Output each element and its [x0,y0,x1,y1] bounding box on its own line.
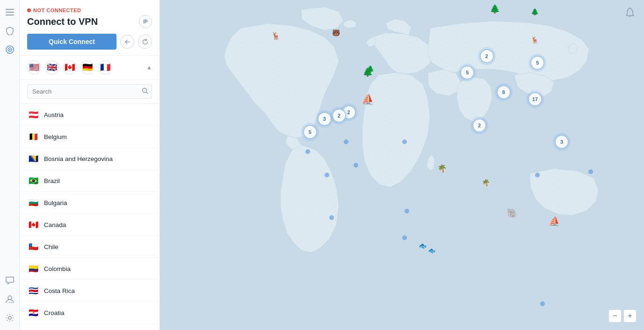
country-item[interactable]: 🇨🇾 Cyprus [20,324,159,330]
svg-point-5 [9,49,10,51]
map-dot-dot1[interactable] [305,149,310,154]
back-button[interactable] [120,35,134,49]
map-node-node4[interactable]: 8 [497,85,511,99]
recent-flag-fr[interactable]: 🇫🇷 [98,60,112,74]
map-node-node2[interactable]: 5 [530,56,544,70]
country-item[interactable]: 🇨🇱 Chile [20,236,159,258]
sidebar-icon-menu[interactable] [2,5,17,20]
map-dot-dot10[interactable] [402,235,407,240]
map-dot-dot7[interactable] [405,209,409,213]
connection-status-badge: NOT CONNECTED [27,7,152,13]
search-input[interactable] [27,84,152,99]
country-flag: 🇧🇷 [27,175,39,187]
world-map: ⛵ 🦌 🐘 ⛵ 🌲 🌲 🌲 🐻 🐟 🐟 🌴 🌴 🦌 🌲 [160,0,644,330]
ip-button[interactable]: IP [139,15,152,28]
map-node-node5[interactable]: 17 [528,92,542,106]
country-item[interactable]: 🇧🇬 Bulgaria [20,192,159,214]
svg-text:10: 10 [8,301,13,303]
recent-flag-ca[interactable]: 🇨🇦 [63,60,77,74]
country-item[interactable]: 🇭🇷 Croatia [20,302,159,324]
map-node-node6[interactable]: 2 [472,118,486,132]
country-item[interactable]: 🇦🇹 Austria [20,104,159,126]
country-item[interactable]: 🇨🇴 Colombia [20,258,159,280]
country-name: Canada [44,221,66,228]
country-flag: 🇨🇷 [27,285,39,297]
country-item[interactable]: 🇨🇷 Costa Rica [20,280,159,302]
recent-flag-us[interactable]: 🇺🇸 [27,60,41,74]
page-title: Connect to VPN [27,16,98,27]
sidebar: NOT CONNECTED Connect to VPN IP Quick Co… [20,0,160,330]
icon-bar: 10 [0,0,20,330]
svg-rect-2 [6,15,14,15]
svg-point-6 [8,296,12,300]
country-name: Croatia [44,309,65,316]
map-node-node11[interactable]: 2 [332,109,346,123]
country-name: Brazil [44,177,60,184]
sidebar-icon-settings[interactable] [2,310,17,325]
notification-button[interactable] [623,6,637,19]
country-name: Bulgaria [44,199,67,206]
country-name: Costa Rica [44,287,75,294]
country-flag: 🇧🇪 [27,131,39,143]
map-node-node9[interactable]: 3 [318,112,332,126]
country-name: Belgium [44,133,67,140]
map-node-node8[interactable]: 5 [303,125,317,139]
map-node-node3[interactable]: 5 [460,66,474,80]
map-dot-dot11[interactable] [535,173,540,177]
svg-rect-0 [6,9,14,10]
country-name: Chile [44,243,58,250]
status-text: NOT CONNECTED [33,7,81,13]
map-dot-dot8[interactable] [588,169,593,174]
map-dot-dot4[interactable] [344,139,348,144]
refresh-button[interactable] [138,35,152,49]
country-item[interactable]: 🇧🇷 Brazil [20,170,159,192]
country-list: 🇦🇹 Austria 🇧🇪 Belgium 🇧🇦 Bosnia and Herz… [20,104,159,330]
map-dot-dot6[interactable] [402,139,407,144]
map-node-node1[interactable]: 2 [480,49,494,63]
zoom-in-button[interactable]: + [623,309,637,323]
map-dot-dot2[interactable] [325,173,329,177]
map-dot-dot9[interactable] [540,301,545,306]
country-flag: 🇦🇹 [27,109,39,121]
svg-rect-1 [6,12,14,13]
collapse-flags-button[interactable]: ▲ [146,64,152,71]
country-flag: 🇨🇱 [27,241,39,253]
map-zoom-controls: − + [608,309,637,323]
quick-connect-button[interactable]: Quick Connect [27,34,116,50]
zoom-out-button[interactable]: − [608,309,622,323]
map-area: ⛵ 🦌 🐘 ⛵ 🌲 🌲 🌲 🐻 🐟 🐟 🌴 🌴 🦌 🌲 255817235322 [160,0,644,330]
country-item[interactable]: 🇨🇦 Canada [20,214,159,236]
country-flag: 🇨🇦 [27,219,39,231]
country-name: Bosnia and Herzegovina [44,155,113,162]
country-item[interactable]: 🇧🇦 Bosnia and Herzegovina [20,148,159,170]
country-name: Austria [44,111,64,118]
country-flag: 🇧🇬 [27,197,39,209]
sidebar-icon-chat[interactable] [2,273,17,288]
sidebar-icon-target[interactable] [2,42,17,57]
map-dot-dot5[interactable] [354,163,358,168]
search-icon [142,88,148,95]
recent-flag-gb[interactable]: 🇬🇧 [45,60,59,74]
map-dot-dot3[interactable] [329,215,334,220]
sidebar-header: NOT CONNECTED Connect to VPN IP Quick Co… [20,0,159,56]
country-flag: 🇭🇷 [27,307,39,319]
map-node-node7[interactable]: 3 [555,135,569,149]
sidebar-icon-user[interactable]: 10 [2,292,17,307]
svg-point-8 [8,316,11,319]
search-row [20,80,159,104]
svg-rect-25 [160,0,644,330]
status-dot [27,8,31,12]
country-name: Colombia [44,265,71,272]
country-flag: 🇧🇦 [27,153,39,165]
recent-flags-row: 🇺🇸 🇬🇧 🇨🇦 🇩🇪 🇫🇷 ▲ [20,56,159,80]
country-item[interactable]: 🇧🇪 Belgium [20,126,159,148]
recent-flag-de[interactable]: 🇩🇪 [80,60,94,74]
country-flag: 🇨🇴 [27,263,39,275]
sidebar-icon-shield[interactable] [2,23,17,38]
